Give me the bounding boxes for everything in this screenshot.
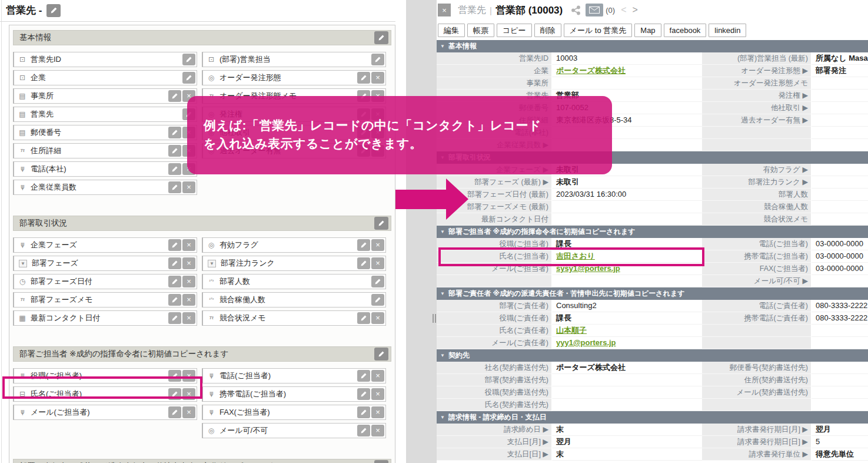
toolbar-button[interactable]: 編集 [438, 24, 465, 37]
splitter-grip[interactable] [433, 314, 437, 323]
toolbar-button[interactable]: メール to 営業先 [564, 24, 633, 37]
toolbar-button[interactable]: 帳票 [467, 24, 494, 37]
field-remove-button[interactable]: × [182, 181, 195, 193]
field-edit-button[interactable] [357, 72, 370, 84]
field-remove-button[interactable]: × [182, 276, 195, 287]
field-edit-button[interactable] [168, 388, 181, 400]
field-box[interactable]: ⊡(部署)営業担当 [202, 52, 386, 67]
section-bar[interactable]: ▼部署ご責任者 ※成約の派遣先責任者・苦情申出先に初期値コピーされます [437, 287, 868, 300]
share-icon[interactable] [571, 5, 581, 15]
field-remove-button[interactable]: × [182, 370, 195, 382]
toolbar-button[interactable]: コピー [497, 24, 532, 37]
section-edit-button[interactable] [374, 348, 388, 361]
field-box[interactable]: ⊡企業 [13, 70, 197, 85]
section-edit-button[interactable] [374, 31, 388, 44]
field-box[interactable]: Tt部署フェーズメモ× [13, 292, 197, 307]
section-bar[interactable]: ▼基本情報 [437, 40, 868, 52]
field-remove-button[interactable]: × [182, 294, 195, 306]
field-box[interactable]: Tt住所詳細× [13, 143, 197, 158]
record-link[interactable]: ポーターズ株式会社 [556, 66, 626, 75]
field-edit-button[interactable] [168, 276, 181, 287]
field-edit-button[interactable] [168, 312, 181, 324]
next-record-icon[interactable]: > [632, 5, 637, 15]
field-edit-button[interactable] [182, 72, 195, 84]
field-box[interactable]: ⋔メール(ご担当者)× [13, 405, 197, 420]
toolbar-button[interactable]: facebook [664, 24, 707, 37]
mail-icon[interactable] [586, 4, 603, 16]
field-box[interactable]: ◎オーダー発注形態× [202, 70, 386, 85]
field-edit-button[interactable] [168, 163, 181, 175]
close-icon[interactable]: × [438, 4, 451, 16]
field-remove-button[interactable]: × [371, 370, 384, 382]
field-remove-button[interactable]: × [371, 239, 384, 251]
field-edit-button[interactable] [371, 294, 384, 306]
field-box[interactable]: ▦最新コンタクト日付× [13, 310, 197, 326]
field-box[interactable]: ◎メール可/不可× [202, 423, 386, 438]
field-box[interactable]: ¹²³競合稼働人数 [202, 292, 386, 307]
field-edit-button[interactable] [168, 145, 181, 157]
field-edit-button[interactable] [168, 239, 181, 251]
field-remove-button[interactable]: × [371, 406, 384, 418]
field-box[interactable]: ⋔役職(ご担当者)× [13, 368, 197, 383]
field-edit-button[interactable] [371, 276, 384, 287]
field-edit-button[interactable] [357, 406, 370, 418]
field-edit-button[interactable] [182, 54, 195, 65]
section-bar[interactable]: ▼部署ご担当者 ※成約の指揮命令者に初期値コピーされます [437, 226, 868, 238]
field-box[interactable]: Tt競合状況メモ× [202, 310, 386, 326]
toolbar-button[interactable]: Map [634, 24, 661, 37]
field-edit-button[interactable] [168, 127, 181, 138]
field-remove-button[interactable]: × [371, 312, 384, 324]
section-edit-button[interactable] [374, 460, 388, 463]
field-remove-button[interactable]: × [371, 388, 384, 400]
field-box[interactable]: ⋔FAX(ご担当者)× [202, 405, 386, 420]
field-edit-button[interactable] [168, 406, 181, 418]
panel-splitter[interactable] [406, 0, 437, 463]
field-edit-button[interactable] [168, 90, 181, 102]
field-box[interactable]: ▤営業先 [13, 107, 197, 122]
field-box[interactable]: ▤郵便番号× [13, 125, 197, 140]
field-box[interactable]: ⋔電話(本社)× [13, 161, 197, 177]
record-link[interactable]: 吉田さおり [556, 252, 595, 260]
section-bar[interactable]: ▼契約先 [437, 349, 868, 362]
field-remove-button[interactable]: × [182, 312, 195, 324]
field-box[interactable]: ⋔企業フェーズ× [13, 237, 197, 253]
field-edit-button[interactable] [357, 425, 370, 436]
field-box[interactable]: ◷部署フェーズ日付× [13, 274, 197, 289]
field-box[interactable]: ⋔企業従業員数× [13, 180, 197, 195]
field-box[interactable]: ⊡営業先ID [13, 52, 197, 67]
record-link[interactable]: yyy1@porters.jp [556, 338, 616, 347]
field-remove-button[interactable]: × [371, 72, 384, 84]
field-edit-button[interactable] [168, 294, 181, 306]
toolbar-button[interactable]: 削除 [534, 24, 561, 37]
field-edit-button[interactable] [357, 257, 370, 269]
field-edit-button[interactable] [357, 239, 370, 251]
section-bar[interactable]: ▼請求情報 - 請求締め日・支払日 [437, 411, 868, 424]
field-remove-button[interactable]: × [182, 388, 195, 400]
field-remove-button[interactable]: × [182, 257, 195, 269]
field-box[interactable]: ▼部署フェーズ× [13, 256, 197, 271]
field-remove-button[interactable]: × [371, 257, 384, 269]
field-remove-button[interactable]: × [182, 239, 195, 251]
field-edit-button[interactable] [357, 388, 370, 400]
section-edit-button[interactable] [374, 217, 388, 230]
field-edit-button[interactable] [168, 370, 181, 382]
field-box[interactable]: ⋔電話(ご担当者)× [202, 368, 386, 383]
field-box[interactable]: ▤事業所× [13, 88, 197, 104]
field-box[interactable]: ◎有効フラグ× [202, 237, 386, 253]
field-remove-button[interactable]: × [182, 406, 195, 418]
title-edit-button[interactable] [46, 4, 61, 17]
field-box[interactable]: ¹²³部署人数 [202, 274, 386, 289]
field-box[interactable]: ▼部署注力ランク× [202, 256, 386, 271]
field-edit-button[interactable] [168, 181, 181, 193]
prev-record-icon[interactable]: < [621, 5, 626, 15]
toolbar-button[interactable]: linkedin [709, 24, 746, 37]
field-remove-button[interactable]: × [371, 425, 384, 436]
field-edit-button[interactable] [357, 312, 370, 324]
field-edit-button[interactable] [168, 257, 181, 269]
field-edit-button[interactable] [357, 370, 370, 382]
field-box[interactable]: ⊟氏名(ご担当者)× [13, 386, 197, 402]
record-link[interactable]: sysy1@porters.jp [556, 264, 620, 273]
record-link[interactable]: 山本順子 [556, 326, 587, 335]
field-box[interactable]: ⋔携帯電話(ご担当者)× [202, 386, 386, 402]
field-edit-button[interactable] [371, 54, 384, 65]
